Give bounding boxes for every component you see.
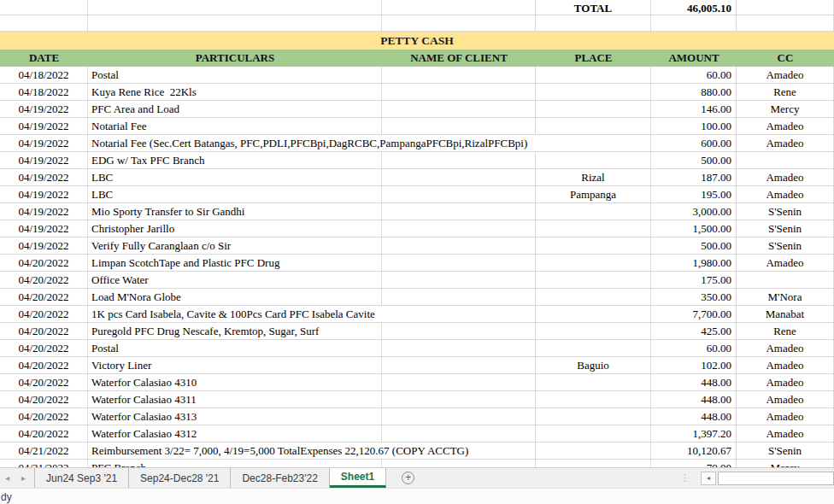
sheet-tab-dec28-feb23-22[interactable]: Dec28-Feb23'22 xyxy=(231,468,329,488)
cell-amount[interactable]: 448.00 xyxy=(651,408,737,425)
cell-place[interactable] xyxy=(536,323,651,340)
cell-particulars[interactable]: Victory Liner xyxy=(88,357,382,374)
cell-particulars[interactable]: Verify Fully Caranglaan c/o Sir xyxy=(88,237,382,255)
cell-cc[interactable]: Rene xyxy=(737,84,834,101)
cell-cc[interactable]: Amadeo xyxy=(737,357,834,374)
cell-empty[interactable] xyxy=(382,0,536,15)
cell-client[interactable] xyxy=(382,169,536,186)
cell-cc[interactable]: S'Senin xyxy=(737,237,834,255)
cell-client[interactable] xyxy=(382,203,536,220)
cell-client[interactable] xyxy=(382,272,536,289)
cell-amount[interactable]: 350.00 xyxy=(651,289,737,306)
cell-client[interactable] xyxy=(382,255,536,272)
cell-place[interactable] xyxy=(536,135,651,152)
cell-cc[interactable]: Manabat xyxy=(737,306,834,323)
cell-cc[interactable]: Amadeo xyxy=(737,425,834,442)
cell-amount[interactable]: 100.00 xyxy=(651,118,737,135)
cell-client[interactable] xyxy=(382,101,536,118)
cell-place[interactable] xyxy=(536,203,651,220)
header-amount[interactable]: AMOUNT xyxy=(651,50,737,67)
cell-cc[interactable]: Amadeo xyxy=(737,169,834,186)
header-name-of-client[interactable]: NAME OF CLIENT xyxy=(382,50,536,67)
cell-date[interactable]: 04/20/2022 xyxy=(0,425,88,442)
cell-amount[interactable]: 195.00 xyxy=(651,186,737,203)
cell-empty[interactable] xyxy=(536,15,651,32)
cell-amount[interactable]: 448.00 xyxy=(651,391,737,408)
cell-date[interactable]: 04/20/2022 xyxy=(0,272,88,289)
hscroll-left-icon[interactable]: ◂ xyxy=(701,472,716,485)
cell-particulars[interactable]: LBC xyxy=(88,186,382,203)
cell-amount[interactable]: 500.00 xyxy=(651,237,737,255)
cell-cc[interactable]: S'Senin xyxy=(737,203,834,220)
cell-place[interactable] xyxy=(536,67,651,84)
cell-date[interactable]: 04/18/2022 xyxy=(0,67,88,84)
cell-client[interactable] xyxy=(382,460,536,467)
cell-particulars[interactable]: 1K pcs Card Isabela, Cavite & 100Pcs Car… xyxy=(88,306,382,323)
cell-date[interactable]: 04/20/2022 xyxy=(0,323,88,340)
cell-cc[interactable] xyxy=(737,272,834,289)
cell-amount[interactable]: 175.00 xyxy=(651,272,737,289)
cell-amount[interactable]: 3,000.00 xyxy=(651,203,737,220)
cell-particulars[interactable]: Postal xyxy=(88,67,382,84)
cell-empty[interactable] xyxy=(0,15,88,32)
cell-empty[interactable] xyxy=(88,15,382,32)
cell-amount[interactable]: 1,397.20 xyxy=(651,425,737,442)
cell-empty[interactable] xyxy=(0,0,88,15)
cell-amount[interactable]: 425.00 xyxy=(651,323,737,340)
petty-cash-banner[interactable]: PETTY CASH xyxy=(0,32,834,50)
cell-particulars[interactable]: Waterfor Calasiao 4313 xyxy=(88,408,382,425)
cell-particulars[interactable]: Christopher Jarillo xyxy=(88,220,382,237)
cell-place[interactable]: Rizal xyxy=(536,169,651,186)
cell-cc[interactable]: Amadeo xyxy=(737,391,834,408)
cell-amount[interactable]: 60.00 xyxy=(651,67,737,84)
header-cc[interactable]: CC xyxy=(737,50,834,67)
cell-date[interactable]: 04/20/2022 xyxy=(0,289,88,306)
cell-cc[interactable]: Amadeo xyxy=(737,186,834,203)
prev-sheet-icon[interactable]: ◂ xyxy=(5,473,9,483)
cell-particulars[interactable]: Puregold PFC Drug Nescafe, Kremtop, Suga… xyxy=(88,323,382,340)
cell-cc[interactable]: Amadeo xyxy=(737,374,834,391)
cell-date[interactable]: 04/20/2022 xyxy=(0,255,88,272)
cell-empty[interactable] xyxy=(651,15,737,32)
cell-place[interactable] xyxy=(536,408,651,425)
cell-date[interactable]: 04/21/2022 xyxy=(0,442,88,460)
cell-date[interactable]: 04/19/2022 xyxy=(0,101,88,118)
cell-amount[interactable]: 600.00 xyxy=(651,135,737,152)
cell-client[interactable] xyxy=(382,289,536,306)
cell-particulars[interactable]: Postal xyxy=(88,340,382,357)
cell-client[interactable] xyxy=(382,67,536,84)
cell-date[interactable]: 04/21/2022 xyxy=(0,460,88,467)
cell-cc[interactable] xyxy=(737,152,834,169)
total-label-cell[interactable]: TOTAL xyxy=(536,0,651,15)
cell-date[interactable]: 04/20/2022 xyxy=(0,306,88,323)
cell-client[interactable] xyxy=(382,391,536,408)
cell-client[interactable] xyxy=(382,118,536,135)
cell-place[interactable] xyxy=(536,84,651,101)
cell-particulars[interactable]: PFC Branch xyxy=(88,460,382,467)
cell-date[interactable]: 04/20/2022 xyxy=(0,357,88,374)
cell-amount[interactable]: 10,120.67 xyxy=(651,442,737,460)
cell-cc[interactable]: Rene xyxy=(737,323,834,340)
sheet-tab-jun24-sep3-21[interactable]: Jun24 Sep3 '21 xyxy=(35,468,129,488)
cell-client[interactable] xyxy=(382,237,536,255)
cell-place[interactable] xyxy=(536,442,651,460)
cell-client[interactable] xyxy=(382,408,536,425)
cell-date[interactable]: 04/19/2022 xyxy=(0,186,88,203)
cell-date[interactable]: 04/19/2022 xyxy=(0,169,88,186)
cell-client[interactable] xyxy=(382,84,536,101)
cell-empty[interactable] xyxy=(737,15,834,32)
cell-particulars[interactable]: Mio Sporty Transfer to Sir Gandhi xyxy=(88,203,382,220)
cell-place[interactable]: Baguio xyxy=(536,357,651,374)
cell-cc[interactable]: Amadeo xyxy=(737,340,834,357)
cell-date[interactable]: 04/20/2022 xyxy=(0,374,88,391)
cell-cc[interactable]: Amadeo xyxy=(737,255,834,272)
cell-place[interactable] xyxy=(536,152,651,169)
cell-cc[interactable]: Mercy xyxy=(737,101,834,118)
cell-date[interactable]: 04/20/2022 xyxy=(0,340,88,357)
cell-particulars[interactable]: Reimbursement 3/22= 7,000, 4/19=5,000 To… xyxy=(88,442,382,460)
cell-date[interactable]: 04/19/2022 xyxy=(0,220,88,237)
cell-amount[interactable]: 70.00 xyxy=(651,460,737,467)
cell-amount[interactable]: 880.00 xyxy=(651,84,737,101)
cell-place[interactable] xyxy=(536,374,651,391)
cell-particulars[interactable]: Kuya Rene Rice 22Kls xyxy=(88,84,382,101)
